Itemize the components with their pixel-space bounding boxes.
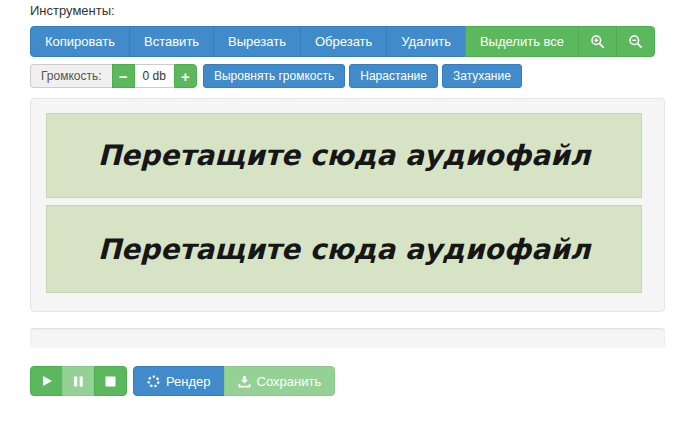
progress-bar xyxy=(30,328,665,348)
save-button-label: Сохранить xyxy=(257,375,322,388)
copy-button[interactable]: Копировать xyxy=(30,26,130,57)
playback-group xyxy=(30,366,127,396)
audio-editor: Инструменты: Копировать Вставить Вырезат… xyxy=(0,0,700,396)
render-button[interactable]: Рендер xyxy=(133,366,225,396)
fade-out-button[interactable]: Затухание xyxy=(442,64,522,88)
dropzone-text: Перетащите сюда аудиофайл xyxy=(98,139,591,172)
delete-button[interactable]: Удалить xyxy=(386,26,466,57)
pause-button[interactable] xyxy=(62,366,95,396)
volume-value: 0 db xyxy=(135,64,174,88)
magnifier-minus-icon xyxy=(628,34,643,49)
volume-increase-button[interactable]: + xyxy=(174,64,197,88)
normalize-volume-button[interactable]: Выровнять громкость xyxy=(203,64,345,88)
render-save-group: Рендер Сохранить xyxy=(133,366,335,396)
save-button[interactable]: Сохранить xyxy=(224,366,336,396)
zoom-out-button[interactable] xyxy=(616,26,655,57)
download-icon xyxy=(238,375,251,388)
volume-toolbar: Громкость: − 0 db + Выровнять громкость … xyxy=(30,64,665,88)
play-icon xyxy=(41,375,53,387)
magnifier-plus-icon xyxy=(590,34,605,49)
spinner-icon xyxy=(147,375,160,388)
trim-button[interactable]: Обрезать xyxy=(300,26,387,57)
volume-label: Громкость: xyxy=(30,64,112,88)
select-all-button[interactable]: Выделить все xyxy=(465,26,579,57)
stop-button[interactable] xyxy=(94,366,127,396)
tools-label: Инструменты: xyxy=(30,3,665,18)
zoom-in-button[interactable] xyxy=(578,26,617,57)
fade-in-button[interactable]: Нарастание xyxy=(349,64,438,88)
transport-toolbar: Рендер Сохранить xyxy=(30,366,665,396)
tracks-panel: Перетащите сюда аудиофайл Перетащите сюд… xyxy=(30,98,665,312)
volume-decrease-button[interactable]: − xyxy=(112,64,135,88)
dropzone-track-1[interactable]: Перетащите сюда аудиофайл xyxy=(46,113,642,198)
pause-icon xyxy=(73,376,84,387)
stop-icon xyxy=(105,376,116,387)
main-toolbar: Копировать Вставить Вырезать Обрезать Уд… xyxy=(30,26,655,57)
render-button-label: Рендер xyxy=(166,375,211,388)
volume-group: Громкость: − 0 db + xyxy=(30,64,197,88)
cut-button[interactable]: Вырезать xyxy=(213,26,301,57)
play-button[interactable] xyxy=(30,366,63,396)
paste-button[interactable]: Вставить xyxy=(129,26,214,57)
dropzone-track-2[interactable]: Перетащите сюда аудиофайл xyxy=(46,205,642,293)
dropzone-text: Перетащите сюда аудиофайл xyxy=(98,233,591,266)
